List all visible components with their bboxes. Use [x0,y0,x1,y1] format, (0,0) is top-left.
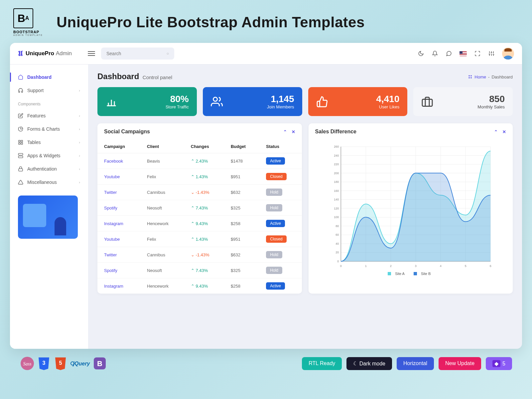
search-input[interactable] [106,51,167,56]
svg-text:20: 20 [335,251,339,254]
changes-cell: ⌃ 2.43% [184,153,224,169]
campaign-cell[interactable]: Twitter [97,185,140,200]
table-row[interactable]: Spotify Neosoft ⌃ 7.43% $325 Hold [97,263,302,278]
svg-text:100: 100 [334,215,339,219]
campaign-cell[interactable]: Spotify [97,263,140,278]
breadcrumb-home[interactable]: Home [474,74,486,79]
footer-btn-horizontal[interactable]: Horizontal [397,357,434,370]
status-cell: Hold [259,185,302,200]
social-campaigns-panel: Social Campaigns ⌃ ✕ CampaignClientChang… [97,123,302,294]
sidebar-item-support[interactable]: Support› [10,84,88,97]
lock-icon [18,166,23,172]
svg-text:220: 220 [334,163,339,166]
status-cell: Active [259,278,302,294]
footer-btn-rtl-ready[interactable]: RTL Ready [302,357,342,370]
client-cell: Beavis [140,153,184,169]
search-icon[interactable]: ○ [167,51,169,56]
svg-rect-10 [21,140,23,142]
svg-rect-11 [21,143,23,144]
campaign-cell[interactable]: Youtube [97,231,140,247]
campaign-cell[interactable]: Facebook [97,153,140,169]
menu-toggle-icon[interactable] [88,51,95,56]
table-row[interactable]: Youtube Felix ⌃ 1.43% $951 Closed [97,169,302,185]
campaign-cell[interactable]: Instagram [97,278,140,294]
fullscreen-icon[interactable] [474,50,481,57]
close-icon[interactable]: ✕ [502,129,506,134]
collapse-icon[interactable]: ⌃ [494,129,498,134]
status-cell: Active [259,153,302,169]
promo-footer: Sass 3 5 jQuery B RTL Ready☾ Dark modeHo… [0,352,532,375]
svg-text:B: B [97,359,102,368]
sidebar-item-tables[interactable]: Tables› [10,136,88,149]
sidebar-item-apps[interactable]: Apps & Widgets› [10,149,88,162]
table-row[interactable]: Facebook Beavis ⌃ 2.43% $1478 Active [97,153,302,169]
app-logo[interactable]: 𝖀 UniquePro Admin [18,49,88,58]
campaign-cell[interactable]: Youtube [97,169,140,185]
svg-text:3: 3 [415,264,416,268]
campaign-cell[interactable]: Spotify [97,200,140,216]
stat-user-likes[interactable]: 4,410User Likes [308,87,408,116]
table-row[interactable]: Instagram Hencework ⌃ 9.43% $258 Active [97,216,302,231]
footer-btn-5[interactable]: ◆5 [486,357,512,370]
status-cell: Hold [259,263,302,278]
panel-title: Sales Difference [315,129,357,135]
changes-cell: ⌃ 1.43% [184,231,224,247]
table-row[interactable]: Spotify Neosoft ⌃ 7.43% $325 Hold [97,200,302,216]
sidebar-item-forms[interactable]: Forms & Charts› [10,122,88,136]
jquery-icon: jQuery [70,356,93,371]
stat-join-members[interactable]: 1,145Join Members [203,87,302,116]
settings-icon[interactable] [488,50,495,57]
sidebar-item-dashboard[interactable]: Dashboard [10,70,88,84]
sidebar-item-auth[interactable]: Authentication› [10,162,88,176]
page-subtitle: Control panel [143,74,172,80]
table-row[interactable]: Twitter Cannibus ⌄ -1.43% $632 Hold [97,185,302,200]
table-row[interactable]: Youtube Felix ⌃ 1.43% $951 Closed [97,231,302,247]
status-cell: Closed [259,169,302,185]
sidebar: Dashboard Support› Components Features› … [10,65,88,349]
table-row[interactable]: Instagram Hencework ⌃ 9.43% $258 Active [97,278,302,294]
svg-text:0: 0 [337,260,339,263]
campaign-cell[interactable]: Twitter [97,247,140,263]
campaign-cell[interactable]: Instagram [97,216,140,231]
table-header: Changes [184,140,224,153]
svg-rect-25 [422,99,432,106]
bar-chart-icon [105,96,117,108]
table-header: Status [259,140,302,153]
flag-icon[interactable] [460,51,467,56]
svg-text:5: 5 [59,360,62,366]
svg-text:5: 5 [465,264,466,268]
sidebar-item-features[interactable]: Features› [10,109,88,122]
headphones-icon [18,88,23,93]
search-box[interactable]: ○ [101,48,174,60]
theme-toggle-icon[interactable] [418,50,424,57]
chat-icon[interactable] [446,50,452,57]
footer-btn-dark-mode[interactable]: ☾ Dark mode [346,357,392,370]
footer-btn-new-update[interactable]: New Update [439,357,481,370]
svg-text:80: 80 [335,224,339,228]
stat-monthly-sales[interactable]: 850Monthly Sales [413,87,513,116]
moon-icon: ☾ [353,361,359,366]
client-cell: Felix [140,169,184,185]
stat-store-traffic[interactable]: 80%Store Traffic [97,87,197,116]
status-cell: Hold [259,247,302,263]
changes-cell: ⌃ 9.43% [184,216,224,231]
svg-text:2: 2 [390,264,391,268]
collapse-icon[interactable]: ⌃ [283,129,287,134]
sales-chart: 0204060801001201401601802002202402600123… [315,143,506,270]
table-row[interactable]: Twitter Cannibus ⌄ -1.43% $632 Hold [97,247,302,263]
bell-icon[interactable] [432,50,438,57]
sidebar-item-misc[interactable]: Miscellaneous› [10,176,88,189]
client-cell: Neosoft [140,263,184,278]
svg-text:40: 40 [335,242,339,245]
svg-rect-12 [19,143,20,144]
sales-difference-panel: Sales Difference ⌃ ✕ 0204060801001201401… [309,123,513,294]
svg-text:160: 160 [334,189,339,193]
avatar[interactable] [502,48,514,60]
budget-cell: $325 [224,200,259,216]
table-header: Budget [224,140,259,153]
close-icon[interactable]: ✕ [292,129,295,134]
promo-header: BA BOOTSTRAP ADMIN TEMPLATE UniquePro Li… [0,0,532,40]
table-header: Campaign [97,140,140,153]
budget-cell: $632 [224,185,259,200]
dashboard-icon [468,74,472,79]
